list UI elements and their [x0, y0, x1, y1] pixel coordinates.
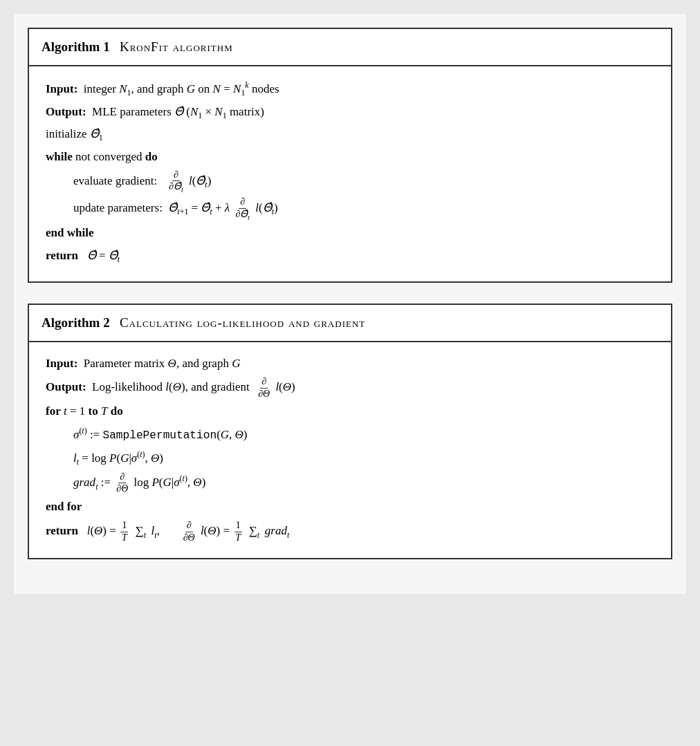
algo1-while-line: while not converged do [46, 147, 654, 167]
algo2-title: Calculating log-likelihood and gradient [120, 315, 365, 330]
algo2-line1: σ(t) := SamplePermutation(G, Θ) [46, 424, 654, 445]
algo2-frac-grad: ∂ ∂Θ [115, 472, 129, 495]
algo2-input-label: Input: [46, 357, 77, 370]
algo1-input-label: Input: [46, 82, 77, 95]
algorithm2-header: Algorithm 2 Calculating log-likelihood a… [29, 305, 671, 342]
algo2-frac-ret1: 1 T [120, 520, 129, 543]
algorithm1-body: Input: integer N1, and graph G on N = N1… [29, 66, 671, 281]
algo1-eval-line: evaluate gradient: ∂ ∂Θ̂t l(Θ̂t) [46, 169, 654, 194]
algo1-init-line: initialize Θ̂1 [46, 124, 654, 145]
algo1-output-line: Output: MLE parameters Θ̂ (N1 × N1 matri… [46, 102, 654, 123]
algorithm2-box: Algorithm 2 Calculating log-likelihood a… [28, 304, 672, 560]
algorithm1-header: Algorithm 1 KronFit algorithm [29, 29, 671, 66]
algo2-frac-ret2: ∂ ∂Θ [182, 520, 196, 543]
algo2-end-for-line: end for [46, 497, 654, 517]
algo2-line3: gradt := ∂ ∂Θ log P(G|σ(t), Θ) [46, 472, 654, 495]
algo2-output-label: Output: [46, 380, 86, 393]
algo1-frac1: ∂ ∂Θ̂t [167, 169, 185, 194]
algo2-return-line: return l(Θ) = 1 T ∑t lt, ∂ ∂Θ l(Θ) = 1 T [46, 520, 654, 543]
algo1-output-label: Output: [46, 105, 86, 118]
algo2-line2: lt = log P(G|σ(t), Θ) [46, 447, 654, 469]
algo2-output-line: Output: Log-likelihood l(Θ), and gradien… [46, 376, 654, 400]
algo2-input-line: Input: Parameter matrix Θ, and graph G [46, 354, 654, 374]
algo1-return-line: return Θ̂ = Θ̂t [46, 246, 654, 267]
algorithm2-body: Input: Parameter matrix Θ, and graph G O… [29, 342, 671, 558]
algo1-frac2: ∂ ∂Θ̂t [234, 196, 251, 221]
algo1-update-line: update parameters: Θ̂t+1 = Θ̂t + λ ∂ ∂Θ̂… [46, 196, 654, 221]
algo2-for-line: for t = 1 to T do [46, 402, 654, 422]
algo2-number: Algorithm 2 [42, 315, 110, 330]
algo2-frac-output: ∂ ∂Θ [257, 376, 271, 400]
algorithm1-box: Algorithm 1 KronFit algorithm Input: int… [28, 28, 672, 283]
algo1-input-line: Input: integer N1, and graph G on N = N1… [46, 78, 654, 100]
algo2-frac-ret3: 1 T [234, 520, 242, 543]
page-container: Algorithm 1 KronFit algorithm Input: int… [14, 14, 686, 594]
algo1-end-while-line: end while [46, 223, 654, 243]
algo1-title: KronFit algorithm [120, 39, 233, 54]
algo1-number: Algorithm 1 [42, 39, 110, 54]
